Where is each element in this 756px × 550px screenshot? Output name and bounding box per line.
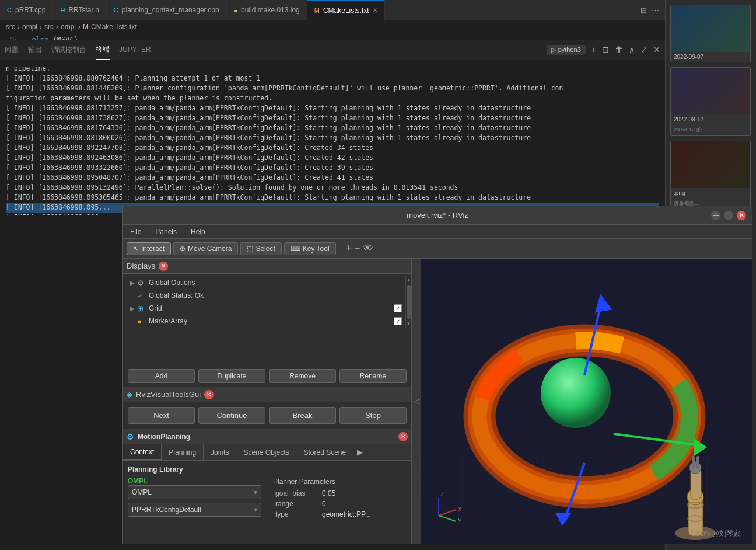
breadcrumb-ompl2[interactable]: ompl	[61, 23, 76, 31]
display-scrollbar[interactable]: ▲ ▼	[405, 276, 411, 328]
rvt-buttons-container: Next Continue Break Stop	[123, 402, 411, 429]
terminal-line: [ INFO] [1663846998.081713257]: panda_ar…	[6, 103, 659, 113]
display-item-checkbox[interactable]	[394, 317, 402, 326]
mp-tab-scene-objects[interactable]: Scene Objects	[236, 444, 296, 460]
breadcrumb-file[interactable]: CMakeLists.txt	[91, 23, 137, 31]
display-item-global-status[interactable]: ✓ Global Status: Ok	[123, 289, 405, 302]
select-button[interactable]: ⬚ Select	[240, 242, 281, 255]
displays-panel-close-button[interactable]: ✕	[159, 262, 168, 271]
stop-button[interactable]: Stop	[340, 407, 407, 424]
watermark: CSDN @刘琴家	[690, 529, 740, 539]
mp-tab-planning[interactable]: Planning	[162, 444, 204, 460]
tab-CMakeLists[interactable]: M CMakeLists.txt ✕	[307, 0, 385, 20]
scroll-up-icon[interactable]: ▲	[405, 276, 412, 284]
terminal-trash-icon[interactable]: 🗑	[615, 45, 623, 55]
terminal-close-icon[interactable]: ✕	[653, 45, 660, 55]
thumb-image	[671, 5, 750, 52]
rviz-close-button[interactable]: ✕	[737, 211, 746, 220]
terminal-add-icon[interactable]: +	[592, 45, 596, 55]
keyboard-icon: ⌨	[290, 245, 300, 253]
remove-button[interactable]: Remove	[269, 369, 336, 383]
rviz-maximize-button[interactable]: □	[724, 211, 733, 220]
rvt-panel-close-button[interactable]: ✕	[204, 390, 214, 399]
checkbox[interactable]	[394, 317, 402, 325]
lib-right: Planner Parameters goal_bias 0.05 range …	[267, 478, 407, 520]
motion-planning-close-button[interactable]: ✕	[398, 432, 408, 441]
expand-arrow-icon: ▶	[130, 305, 137, 312]
terminal-maximize-icon[interactable]: ⤢	[640, 45, 648, 55]
terminal-tab-output[interactable]: 输出	[28, 40, 42, 60]
mp-tab-more-button[interactable]: ▶	[354, 444, 366, 460]
terminal-line: [ INFO] [1663846998.081764336]: panda_ar…	[6, 123, 659, 133]
break-button[interactable]: Break	[269, 407, 336, 424]
svg-text:Y: Y	[458, 518, 462, 524]
panel-collapse-button[interactable]: ◁	[412, 259, 421, 544]
display-tree-inner: ▶ ⚙ Global Options ✓ Global Status: Ok ▶	[123, 276, 411, 328]
next-button[interactable]: Next	[128, 407, 195, 424]
thumb-image	[671, 141, 750, 188]
terminal-tab-debug[interactable]: 调试控制台	[51, 40, 86, 60]
motion-planning-icon: ⚙	[127, 432, 134, 441]
expand-arrow-icon: ▶	[130, 280, 137, 286]
add-button[interactable]: Add	[128, 369, 195, 383]
rviz-menu-file[interactable]: File	[128, 227, 144, 237]
params-table: goal_bias 0.05 range 0 type geometric::P…	[273, 488, 407, 520]
terminal-body: n pipeline. [ INFO] [1663846998.08076246…	[0, 60, 665, 215]
rviz-menu-panels[interactable]: Panels	[153, 227, 179, 237]
mp-tab-joints[interactable]: Joints	[204, 444, 236, 460]
rviz-minimize-button[interactable]: —	[711, 211, 720, 220]
config-dropdown[interactable]: PPRRTkConfigDefault ▾	[128, 503, 261, 517]
duplicate-button[interactable]: Duplicate	[198, 369, 265, 383]
scroll-down-icon[interactable]: ▼	[405, 320, 412, 328]
motion-planning-header: ⚙ MotionPlanning ✕	[123, 429, 411, 444]
terminal-tab-jupyter[interactable]: JUPYTER	[119, 41, 151, 58]
param-key: range	[273, 499, 320, 509]
key-tool-button[interactable]: ⌨ Key Tool	[284, 242, 336, 255]
more-actions-icon[interactable]: ⋯	[652, 6, 659, 15]
terminal-tab-problems[interactable]: 问题	[5, 40, 19, 60]
rename-button[interactable]: Rename	[340, 369, 407, 383]
toolbar-plus-icon[interactable]: +	[346, 242, 352, 255]
breadcrumb-ompl1[interactable]: ompl	[22, 23, 37, 31]
tab-build-log[interactable]: ≡ build.make.013.log	[227, 0, 307, 20]
display-item-markerarray[interactable]: ● MarkerArray	[123, 315, 405, 328]
rvt-panel-header: ◈ RvizVisualToolsGui ✕	[123, 387, 411, 402]
display-item-checkbox[interactable]	[394, 304, 402, 313]
display-item-label: Grid	[149, 304, 162, 312]
terminal-minimize-icon[interactable]: ∧	[629, 45, 635, 55]
breadcrumb-src2[interactable]: src	[44, 23, 54, 31]
interact-button[interactable]: ↖ Interact	[127, 242, 171, 255]
mp-tab-stored-scene[interactable]: Stored Scene	[296, 444, 354, 460]
rviz-viewport: X Y Z CSDN @刘琴家	[421, 259, 752, 544]
toolbar-camera-icon[interactable]: 👁	[363, 242, 373, 255]
display-item-grid[interactable]: ▶ ⊞ Grid	[123, 302, 405, 315]
continue-button[interactable]: Continue	[198, 407, 265, 424]
tab-RRTstar[interactable]: H RRTstar.h	[53, 0, 106, 20]
table-row: type geometric::PP...	[273, 509, 407, 520]
terminal-tab-terminal[interactable]: 终端	[96, 40, 110, 60]
split-editor-icon[interactable]: ⊟	[640, 6, 647, 15]
move-camera-button[interactable]: ⊕ Move Camera	[173, 242, 238, 255]
terminal-line: [ INFO] [1663846998.081800026]: panda_ar…	[6, 133, 659, 143]
planner-dropdown[interactable]: OMPL ▾	[128, 485, 261, 499]
planner-dropdown-row: OMPL ▾	[128, 485, 261, 499]
tab-close-icon[interactable]: ✕	[373, 7, 377, 13]
rvt-icon: ◈	[127, 390, 132, 399]
marker-icon: ●	[137, 317, 146, 326]
grid-icon: ⊞	[137, 304, 146, 313]
checkbox[interactable]	[394, 304, 402, 312]
lib-left: OMPL OMPL ▾ PPRRTkConfigDefault	[128, 477, 261, 520]
mp-tab-context[interactable]: Context	[123, 444, 162, 460]
terminal-split-icon[interactable]: ⊟	[602, 45, 609, 55]
rviz-menu-help[interactable]: Help	[188, 227, 208, 237]
breadcrumb-src[interactable]: src	[6, 23, 15, 31]
svg-point-19	[541, 358, 611, 428]
rvt-panel-title: RvizVisualToolsGui	[136, 390, 201, 399]
terminal-icons: ▷ python3 + ⊟ 🗑 ∧ ⤢ ✕	[547, 45, 660, 55]
tab-planning-context[interactable]: C planning_context_manager.cpp	[107, 0, 227, 20]
tab-pRRT[interactable]: C pRRT.cpp	[0, 0, 53, 20]
toolbar-minus-icon[interactable]: −	[354, 242, 360, 255]
rviz-window: moveit.rviz* - RViz — □ ✕ File Panels He…	[123, 206, 752, 544]
display-tree-empty	[123, 330, 411, 365]
display-item-global-options[interactable]: ▶ ⚙ Global Options	[123, 276, 405, 289]
